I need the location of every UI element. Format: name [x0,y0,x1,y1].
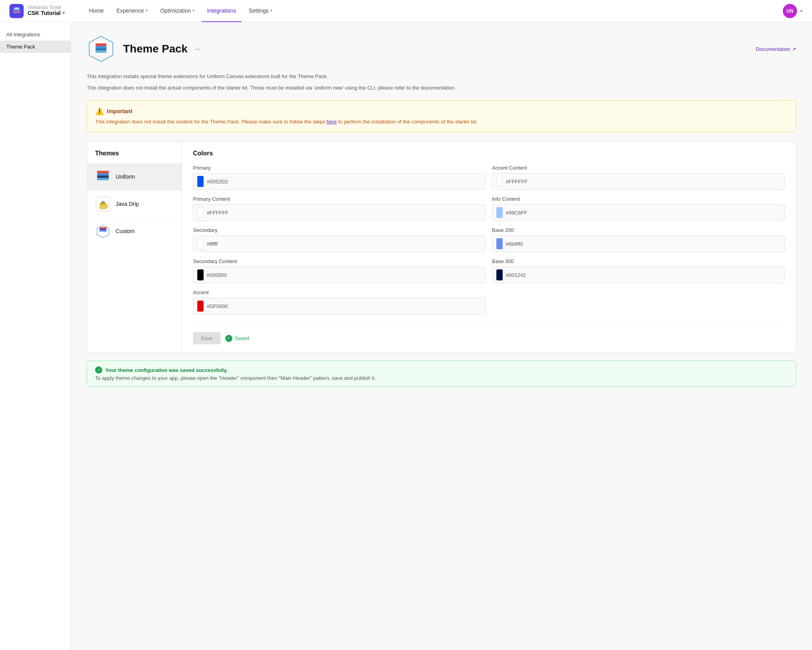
accent-swatch[interactable] [197,301,204,312]
base-200-swatch[interactable] [496,238,503,249]
primary-content-swatch[interactable] [197,207,204,218]
saved-check-icon: ✓ [225,335,232,342]
accent-input-row [193,298,486,314]
themes-panel-title: Themes [87,150,181,163]
more-options-button[interactable]: ··· [192,44,203,54]
secondary-content-label: Secondary Content [193,258,486,264]
base-200-input-row [492,235,785,252]
external-link-icon: ↗ [792,46,796,52]
svg-rect-5 [95,43,107,46]
page-header-left: Theme Pack ··· [87,35,203,63]
documentation-link[interactable]: Documentation ↗ [756,46,796,52]
brand-name: CSK Tutorial ▾ [28,10,65,16]
uniform-theme-label: Uniform [116,174,135,180]
sidebar: All Integrations Theme Pack [0,22,71,650]
themes-panel: Themes Uniform [87,142,182,352]
accent-content-input[interactable] [506,179,780,185]
color-field-secondary: Secondary [193,227,486,252]
uniform-icon [95,169,111,185]
sidebar-item-theme-pack[interactable]: Theme Pack [0,41,71,53]
save-button[interactable]: Save [193,332,221,344]
page-header: Theme Pack ··· Documentation ↗ [87,35,796,63]
svg-rect-2 [14,7,19,9]
secondary-content-swatch[interactable] [197,269,204,280]
base-200-label: Base 200 [492,227,785,233]
java-drip-theme-label: Java Drip [116,201,139,207]
base-200-input[interactable] [506,241,780,247]
nav-experience[interactable]: Experience ▾ [111,0,153,22]
svg-rect-7 [95,50,107,53]
java-drip-icon: JD ☕ [95,196,111,212]
page-title-row: Theme Pack ··· [123,43,203,55]
primary-input-row [193,173,486,190]
actions-row: Save ✓ Saved [193,324,785,344]
success-text: To apply theme changes to your app, plea… [95,375,788,381]
theme-item-java-drip[interactable]: JD ☕ Java Drip [87,191,181,218]
secondary-content-input[interactable] [207,272,481,278]
warning-icon: ⚠️ [95,107,104,116]
primary-content-label: Primary Content [193,196,486,202]
accent-content-swatch[interactable] [496,176,503,187]
nav-optimization[interactable]: Optimization ▾ [155,0,200,22]
saved-badge: ✓ Saved [225,335,249,342]
base-300-swatch[interactable] [496,269,503,280]
user-avatar[interactable]: UN [783,4,797,18]
primary-swatch[interactable] [197,176,204,187]
color-field-info-content: Info Content [492,196,785,221]
svg-rect-18 [99,227,107,229]
description-2: This integration does not install the ac… [87,84,796,92]
nav-right: UN ▾ [783,4,803,18]
nav-links: Home Experience ▾ Optimization ▾ Integra… [84,0,783,22]
info-content-swatch[interactable] [496,207,503,218]
svg-rect-17 [99,229,107,230]
brand-chevron: ▾ [62,10,65,16]
color-field-base-200: Base 200 [492,227,785,252]
nav-integrations[interactable]: Integrations [202,0,241,22]
accent-input[interactable] [207,303,481,309]
nav-home[interactable]: Home [84,0,109,22]
theme-item-custom[interactable]: Custom [87,218,181,245]
color-field-primary-content: Primary Content [193,196,486,221]
primary-content-input-row [193,204,486,221]
important-text: This integration does not install the co… [95,118,788,126]
top-nav: TRAINING TEAM CSK Tutorial ▾ Home Experi… [0,0,812,22]
theme-pack-icon [87,35,115,63]
primary-label: Primary [193,165,486,171]
main-layout: All Integrations Theme Pack [0,22,812,650]
important-banner: ⚠️ Important This integration does not i… [87,100,796,133]
brand-logo [9,4,24,18]
accent-label: Accent [193,290,486,295]
success-icon: ✓ [95,366,102,374]
accent-content-input-row [492,173,785,190]
svg-rect-19 [99,230,107,232]
secondary-swatch[interactable] [197,238,204,249]
color-field-accent-content: Accent Content [492,165,785,190]
important-header: ⚠️ Important [95,107,788,116]
info-content-label: Info Content [492,196,785,202]
custom-icon [95,223,111,239]
themes-container: Themes Uniform [87,142,796,353]
color-field-primary: Primary [193,165,486,190]
user-chevron[interactable]: ▾ [800,8,803,14]
brand-team: TRAINING TEAM [28,6,65,10]
svg-rect-11 [97,178,109,180]
nav-settings[interactable]: Settings ▾ [243,0,278,22]
colors-panel-title: Colors [193,150,785,157]
info-content-input[interactable] [506,210,780,216]
primary-input[interactable] [207,179,481,185]
secondary-input[interactable] [207,241,481,247]
saved-label: Saved [235,335,249,341]
important-link[interactable]: here [327,119,337,125]
colors-grid: Primary Accent Content [193,165,785,314]
base-300-input[interactable] [506,272,780,278]
sidebar-item-all-integrations[interactable]: All Integrations [0,28,71,41]
theme-item-uniform[interactable]: Uniform [87,163,181,191]
svg-rect-9 [97,171,109,173]
svg-rect-14 [100,203,106,204]
main-content: Theme Pack ··· Documentation ↗ This inte… [71,22,812,650]
brand[interactable]: TRAINING TEAM CSK Tutorial ▾ [9,4,65,18]
colors-panel: Colors Primary Accent Content [182,142,796,352]
page-title: Theme Pack [123,43,187,55]
brand-info: TRAINING TEAM CSK Tutorial ▾ [28,6,65,16]
primary-content-input[interactable] [207,210,481,216]
